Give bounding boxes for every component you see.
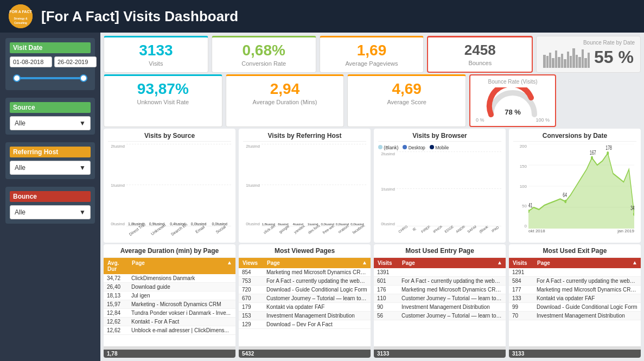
kpi-unknown-visit: 93,87% Unknown Visit Rate [104,74,222,127]
most-used-exit-table-header: Visits Page ▲ [509,258,641,268]
visits-value: 3133 [111,42,201,59]
chevron-down-icon: ▼ [79,119,86,127]
kpi-pageviews: 1,69 Average Pageviews [320,36,424,73]
most-used-exit-table-footer: 3133 [509,350,641,358]
svg-text:Consulting: Consulting [14,22,27,24]
content-area: 3133 Visits 0,68% Conversion Rate 1,69 A… [100,33,644,361]
table-row: 177Marketing med Microsoft Dynamics CRM … [509,286,641,294]
table-row: 1291 [509,268,641,277]
kpi-row-1: 3133 Visits 0,68% Conversion Rate 1,69 A… [100,33,644,74]
avg-duration-table-header: Avg. Dur Page ▲ [104,258,235,274]
table-row: 90Investment Management Distribution [374,303,506,312]
most-viewed-table-header: Views Page ▲ [239,258,371,268]
avg-duration-table-footer: 1,78 [104,350,235,358]
avg-duration-label: Average Duration (Mins) [233,99,337,105]
kpi-row-2: 93,87% Unknown Visit Rate 2,94 Average D… [100,74,644,129]
avg-duration-value: 2,94 [233,80,337,98]
table-row: 753For A Fact - currently updating the w… [239,277,371,286]
svg-point-12 [607,151,609,155]
bounce-rate-bars [543,46,590,68]
bounce-label: Bounce [10,191,91,202]
avg-duration-table: Average Duration (min) by Page Avg. Dur … [104,244,235,358]
svg-text:34: 34 [630,205,634,211]
sort-icon[interactable]: ▲ [497,259,503,267]
gauge-min: 0 % [476,117,484,123]
charts-row: Visits by Source 0tusind 1tusind 2tusind [100,129,644,244]
page-title: [For A Fact] Visits Dashboard [41,8,238,25]
source-label: Source [10,102,91,113]
conversion-value: 0,68% [219,42,309,59]
visits-by-source-title: Visits by Source [108,132,231,142]
most-used-exit-table: Most Used Exit Page Visits Page ▲ 1291 5… [509,244,641,358]
kpi-avg-duration: 2,94 Average Duration (Mins) [226,74,345,127]
pageviews-value: 1,69 [327,42,417,59]
kpi-bounce-rate-visits: Bounce Rate (Visits) 78 % 0 % 100 % [469,74,556,127]
kpi-visits: 3133 Visits [104,36,208,73]
avg-score-label: Average Score [354,99,459,105]
visits-by-browser-panel: Visits by Browser (Blank) Desktop Mobile… [374,129,506,243]
table-row: 56Customer Journey – Tutorial — learn to… [374,312,506,320]
tables-row: Average Duration (min) by Page Avg. Dur … [100,244,644,361]
table-row: 70Investment Management Distribution [509,312,641,320]
gauge-max: 100 % [535,117,550,123]
logo: FOR A FACT Strategy & Consulting [9,4,33,28]
kpi-bounce-rate-date: Bounce Rate by Date [536,36,641,73]
sort-icon[interactable]: ▲ [362,259,368,267]
source-select[interactable]: Alle ▼ [10,116,91,130]
bounce-rate-date-label: Bounce Rate by Date [583,40,635,46]
visits-by-source-panel: Visits by Source 0tusind 1tusind 2tusind [104,129,235,243]
date-from-input[interactable] [10,56,52,67]
date-to-input[interactable] [54,56,97,67]
most-viewed-table-body: 854Marketing med Microsoft Dynamics CRM … [239,268,371,346]
unknown-visit-value: 93,87% [111,80,215,98]
bounces-label: Bounces [435,60,525,66]
most-viewed-table-title: Most Viewed Pages [239,244,371,258]
most-viewed-table: Most Viewed Pages Views Page ▲ 854Market… [239,244,371,358]
svg-text:167: 167 [590,150,596,156]
table-row: 720Download - Guide Conditional Logic Fo… [239,286,371,294]
table-row: 34,72ClickDimensions Danmark [104,274,235,283]
visit-date-filter: Visit Date [5,38,95,90]
pageviews-label: Average Pageviews [327,60,417,67]
table-row: 584For A Fact - currently updating the w… [509,277,641,286]
table-row: 133Kontakt via opdater FAF [509,294,641,303]
visit-date-label: Visit Date [10,42,91,53]
most-used-exit-table-title: Most Used Exit Page [509,244,641,258]
bounces-value: 2458 [435,42,525,59]
table-row: 12,62Unblock e-mail adresser | ClickDime… [104,326,235,335]
referring-host-select[interactable]: Alle ▼ [10,161,91,175]
visits-by-host-panel: Visits by Referring Host 0tusind 1tusind… [239,129,371,243]
chevron-down-icon: ▼ [79,208,86,216]
avg-duration-table-title: Average Duration (min) by Page [104,244,235,258]
avg-score-value: 4,69 [354,80,459,98]
conversions-by-date-panel: Conversions by Date 0 50 100 150 200 [509,129,641,243]
table-row: 15,97Marketing - Microsoft Dynamics CRM [104,300,235,309]
referring-host-filter: Referring Host Alle ▼ [5,142,95,179]
slider-thumb-left[interactable] [13,74,21,82]
most-viewed-table-footer: 5432 [239,350,371,358]
conversions-by-date-title: Conversions by Date [513,132,636,142]
conversion-label: Conversion Rate [219,60,309,67]
svg-text:Strategy &: Strategy & [14,17,27,20]
visits-by-browser-title: Visits by Browser [378,132,501,142]
source-filter: Source Alle ▼ [5,98,95,135]
kpi-avg-score: 4,69 Average Score [347,74,466,127]
table-row: 26,40Download guide [104,283,235,292]
most-used-entry-table-title: Most Used Entry Page [374,244,506,258]
most-used-entry-table-header: Visits Page ▲ [374,258,506,268]
most-used-entry-table-footer: 3133 [374,350,506,358]
header: FOR A FACT Strategy & Consulting [For A … [0,0,644,33]
sort-icon[interactable]: ▲ [227,259,233,273]
table-row: 110Customer Journey – Tutorial — learn t… [374,294,506,303]
svg-text:FOR A FACT: FOR A FACT [9,10,32,14]
bounce-select[interactable]: Alle ▼ [10,205,91,219]
kpi-conversion: 0,68% Conversion Rate [212,36,316,73]
svg-text:64: 64 [563,192,567,199]
sort-icon[interactable]: ▲ [632,259,639,267]
slider-thumb-right[interactable] [80,74,87,82]
table-row: 854Marketing med Microsoft Dynamics CRM … [239,268,371,277]
table-row: 99Download - Guide Conditional Logic For… [509,303,641,312]
svg-point-10 [564,200,566,203]
visits-label: Visits [111,60,201,67]
unknown-visit-label: Unknown Visit Rate [111,99,215,105]
